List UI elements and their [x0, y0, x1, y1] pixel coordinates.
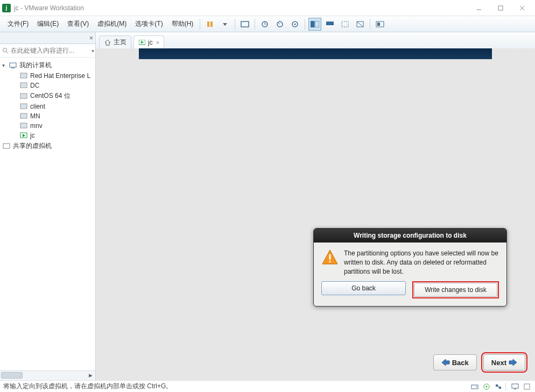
screen-mode-icon[interactable] [238, 18, 251, 31]
chevron-down-icon[interactable]: ▾ [91, 48, 94, 54]
tree-label: 共享的虚拟机 [13, 141, 52, 151]
device-disk-icon[interactable] [470, 382, 480, 391]
computer-icon [9, 62, 17, 69]
wizard-nav: Back Next [433, 354, 525, 370]
shared-icon [2, 142, 11, 150]
tab-label: jc [148, 39, 153, 46]
vm-icon [19, 103, 28, 110]
button-label: Back [452, 359, 469, 367]
library-tree: ▾ 我的计算机 Red Hat Enterprise L DC CentOS 6… [0, 58, 95, 370]
snapshot-manager-icon[interactable] [288, 18, 301, 31]
go-back-button[interactable]: Go back [321, 281, 406, 295]
svg-rect-1 [498, 6, 503, 10]
menu-vm[interactable]: 虚拟机(M) [93, 17, 131, 31]
library-icon[interactable] [374, 18, 386, 31]
device-sound-icon[interactable] [522, 382, 532, 391]
tree-vm-client[interactable]: client [0, 102, 95, 111]
svg-rect-13 [315, 21, 319, 27]
sidebar-close[interactable]: × [0, 32, 95, 44]
svg-point-11 [294, 23, 296, 25]
svg-rect-26 [21, 74, 26, 77]
svg-rect-4 [207, 22, 209, 27]
tree-label: Red Hat Enterprise L [30, 72, 90, 80]
arrow-right-icon [509, 358, 517, 367]
separator [305, 19, 305, 30]
search-input[interactable] [11, 47, 91, 54]
menu-view[interactable]: 查看(V) [63, 17, 93, 31]
vm-icon [19, 72, 28, 80]
sidebar: × ▾ ▾ 我的计算机 Red Hat Enterprise L DC Cent… [0, 32, 96, 380]
svg-rect-12 [311, 21, 314, 27]
svg-rect-15 [326, 25, 334, 27]
tree-vm-redhat[interactable]: Red Hat Enterprise L [0, 71, 95, 81]
snapshot-revert-icon[interactable] [273, 18, 286, 31]
tree-vm-dc[interactable]: DC [0, 81, 95, 90]
tab-jc[interactable]: jc × [133, 35, 164, 48]
tree-label: mnv [30, 122, 43, 130]
svg-rect-16 [342, 22, 348, 27]
tree-shared-vms[interactable]: 共享的虚拟机 [0, 140, 95, 152]
back-button[interactable]: Back [433, 354, 477, 370]
tree-label: 我的计算机 [19, 61, 52, 70]
view-fullscreen-icon[interactable] [339, 18, 351, 31]
home-icon [104, 39, 111, 46]
tab-bar: 主页 jc × [96, 32, 535, 48]
svg-point-21 [3, 48, 7, 52]
svg-rect-7 [241, 22, 249, 27]
svg-rect-43 [329, 254, 331, 260]
svg-rect-44 [329, 261, 331, 262]
separator [235, 19, 235, 30]
view-unity-icon[interactable] [354, 18, 367, 31]
close-button[interactable] [511, 2, 533, 15]
device-network-icon[interactable] [494, 382, 503, 391]
tree-root-my-computer[interactable]: ▾ 我的计算机 [0, 60, 95, 71]
tree-label: client [30, 103, 45, 110]
dropdown-icon[interactable] [219, 18, 231, 31]
maximize-button[interactable] [490, 2, 511, 15]
view-console-icon[interactable] [308, 18, 321, 31]
menu-help[interactable]: 帮助(H) [167, 17, 198, 31]
menu-file[interactable]: 文件(F) [3, 17, 33, 31]
menu-edit[interactable]: 编辑(E) [33, 17, 63, 31]
svg-rect-52 [496, 384, 498, 387]
vm-console[interactable]: Writing storage configuration to disk Th… [96, 48, 535, 380]
separator [370, 19, 370, 30]
write-changes-button[interactable]: Write changes to disk [414, 283, 497, 297]
tab-home[interactable]: 主页 [99, 35, 131, 48]
tree-vm-jc[interactable]: jc [0, 131, 95, 140]
next-button[interactable]: Next [483, 354, 525, 370]
device-cd-icon[interactable] [482, 382, 491, 391]
device-display-icon[interactable] [510, 382, 520, 391]
svg-rect-23 [10, 63, 16, 67]
scroll-right-icon[interactable]: ▶ [87, 372, 94, 379]
sidebar-search: ▾ [0, 44, 95, 58]
svg-rect-57 [524, 384, 530, 389]
sidebar-scrollbar[interactable]: ▶ [0, 370, 95, 380]
tree-label: jc [30, 132, 35, 139]
scrollbar-thumb[interactable] [1, 372, 23, 379]
tree-label: MN [30, 112, 40, 120]
status-text: 将输入定向到该虚拟机，请在虚拟机内部单击或按 Ctrl+G。 [3, 382, 172, 391]
svg-marker-41 [141, 41, 144, 44]
svg-rect-56 [514, 389, 516, 389]
tree-vm-mnv[interactable]: mnv [0, 121, 95, 131]
separator [200, 19, 200, 30]
vm-header-bar [139, 48, 492, 59]
expander-icon[interactable]: ▾ [2, 62, 9, 68]
view-single-icon[interactable] [323, 18, 336, 31]
vm-icon [19, 92, 28, 100]
tree-vm-centos[interactable]: CentOS 64 位 [0, 90, 95, 102]
pause-icon[interactable] [203, 18, 216, 31]
vm-icon [19, 112, 28, 120]
tree-vm-mn[interactable]: MN [0, 111, 95, 121]
svg-line-54 [498, 386, 499, 388]
statusbar: 将输入定向到该虚拟机，请在虚拟机内部单击或按 Ctrl+G。 [0, 380, 535, 392]
tree-label: DC [30, 82, 39, 89]
svg-marker-45 [442, 359, 449, 366]
snapshot-icon[interactable] [258, 18, 271, 31]
tab-close-icon[interactable]: × [156, 39, 159, 46]
vm-icon [19, 122, 28, 130]
svg-rect-36 [21, 124, 26, 127]
menu-tabs[interactable]: 选项卡(T) [131, 17, 167, 31]
minimize-button[interactable] [468, 2, 490, 15]
